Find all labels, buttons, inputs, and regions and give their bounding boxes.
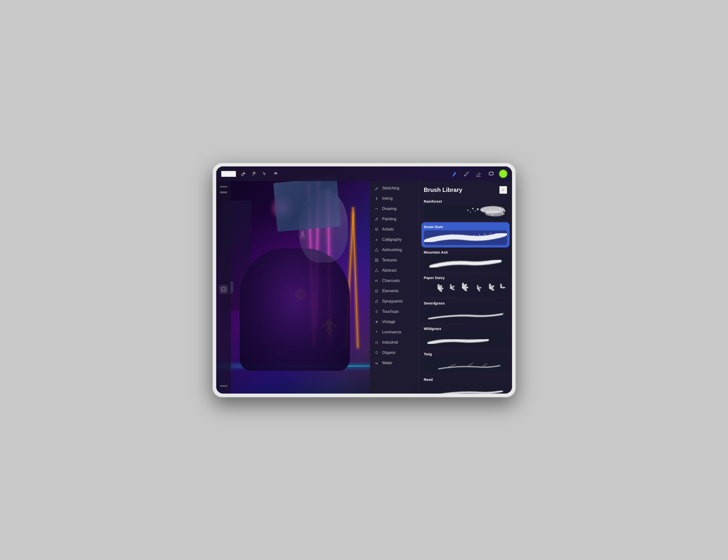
brush-preview-wildgrass bbox=[424, 332, 507, 347]
arrow-tool-button[interactable] bbox=[272, 170, 279, 177]
category-item-inking[interactable]: Inking bbox=[370, 193, 419, 204]
svg-point-41 bbox=[499, 209, 501, 210]
category-item-spraypaints[interactable]: Spraypaints bbox=[370, 296, 419, 306]
category-item-sketching[interactable]: Sketching bbox=[370, 183, 419, 193]
brush-preview-swordgrass bbox=[424, 307, 507, 321]
sidebar-collapse-arrow[interactable]: › bbox=[230, 281, 233, 293]
svg-point-36 bbox=[485, 207, 486, 208]
svg-point-76 bbox=[462, 286, 464, 288]
brush-preview-rainforest bbox=[424, 205, 507, 220]
brush-item-snow-gum[interactable]: Snow Gum bbox=[421, 222, 510, 248]
brush-item-rainforest[interactable]: Rainforest bbox=[419, 197, 512, 222]
svg-point-50 bbox=[451, 234, 452, 235]
svg-point-71 bbox=[450, 287, 452, 288]
svg-point-57 bbox=[490, 233, 491, 234]
brush-name-twig: Twig bbox=[424, 352, 507, 356]
svg-point-46 bbox=[429, 239, 430, 240]
wrench-tool-button[interactable] bbox=[240, 170, 247, 177]
pen-active-button[interactable] bbox=[450, 170, 458, 178]
history-tool-button[interactable] bbox=[262, 170, 268, 177]
category-item-organic[interactable]: Organic bbox=[370, 347, 419, 358]
brush-item-twig[interactable]: Twig bbox=[419, 349, 512, 375]
category-item-calligraphy[interactable]: a Calligraphy bbox=[370, 235, 419, 245]
brush-item-paper-daisy[interactable]: Paper Daisy bbox=[419, 273, 512, 298]
brush-tool-button[interactable] bbox=[463, 170, 470, 178]
category-item-industrial[interactable]: Industrial bbox=[370, 337, 419, 347]
category-item-painting[interactable]: Painting bbox=[370, 214, 419, 224]
artistic-icon bbox=[374, 227, 379, 232]
category-item-charcoals[interactable]: Charcoals bbox=[370, 276, 419, 286]
brush-name-wildgrass: Wildgrass bbox=[424, 326, 507, 331]
svg-point-8 bbox=[465, 175, 465, 176]
svg-point-48 bbox=[440, 236, 441, 237]
svg-point-26 bbox=[375, 289, 378, 292]
svg-point-62 bbox=[444, 239, 445, 240]
category-item-artistic[interactable]: Artistic bbox=[370, 224, 419, 235]
sidebar-handle-bottom bbox=[220, 385, 227, 387]
brush-preview-snow-gum bbox=[424, 230, 507, 245]
category-item-abstract[interactable]: Abstract bbox=[370, 265, 419, 276]
color-picker[interactable] bbox=[499, 170, 507, 178]
svg-point-47 bbox=[434, 237, 435, 238]
brush-name-mountain-ash: Mountain Ash bbox=[424, 250, 507, 254]
brush-list: Brush Library + Rainforest bbox=[419, 181, 512, 393]
drawing-icon bbox=[374, 206, 379, 212]
svg-point-32 bbox=[472, 208, 474, 209]
category-item-drawing[interactable]: Drawing bbox=[370, 204, 419, 214]
brush-item-swordgrass[interactable]: Swordgrass bbox=[419, 298, 512, 324]
water-icon bbox=[374, 360, 379, 366]
device-frame: Gallery bbox=[212, 163, 516, 397]
brush-item-mountain-ash[interactable]: Mountain Ash bbox=[419, 248, 512, 273]
category-item-textures[interactable]: Textures bbox=[370, 255, 419, 265]
brush-preview-reed bbox=[424, 383, 507, 393]
add-brush-button[interactable]: + bbox=[499, 186, 507, 194]
elements-icon bbox=[374, 288, 379, 294]
svg-point-52 bbox=[462, 235, 463, 236]
charcoals-icon bbox=[374, 278, 379, 283]
layers-button[interactable] bbox=[487, 170, 495, 178]
brush-item-wildgrass[interactable]: Wildgrass bbox=[419, 324, 512, 349]
svg-point-51 bbox=[457, 236, 457, 236]
svg-point-58 bbox=[495, 233, 497, 234]
category-item-elements[interactable]: Elements bbox=[370, 286, 419, 296]
svg-point-59 bbox=[501, 233, 502, 234]
luminance-icon bbox=[374, 329, 379, 335]
calligraphy-icon: a bbox=[374, 237, 379, 242]
svg-point-55 bbox=[479, 235, 479, 235]
brush-item-reed[interactable]: Reed bbox=[419, 375, 512, 393]
svg-marker-17 bbox=[375, 249, 378, 252]
svg-point-45 bbox=[504, 210, 505, 212]
industrial-icon bbox=[374, 340, 379, 345]
svg-point-38 bbox=[489, 209, 490, 210]
category-item-airbrushing[interactable]: Airbrushing bbox=[370, 245, 419, 255]
category-item-water[interactable]: Water bbox=[370, 358, 419, 368]
svg-point-54 bbox=[473, 235, 474, 236]
category-list: Sketching Inking Drawing bbox=[370, 181, 419, 393]
gallery-button[interactable]: Gallery bbox=[221, 171, 236, 177]
sidebar-handle-top bbox=[220, 186, 227, 188]
top-bar: Gallery bbox=[216, 167, 512, 181]
top-bar-left: Gallery bbox=[221, 170, 279, 177]
category-item-vintage[interactable]: Vintage bbox=[370, 317, 419, 327]
screen: Gallery bbox=[216, 167, 512, 393]
brush-library-panel: Sketching Inking Drawing bbox=[370, 181, 512, 393]
sidebar-square-button[interactable] bbox=[219, 285, 228, 294]
sketching-icon bbox=[374, 186, 379, 191]
svg-point-42 bbox=[470, 212, 471, 213]
category-item-luminance[interactable]: Luminance bbox=[370, 327, 419, 337]
svg-point-44 bbox=[502, 213, 503, 214]
brush-preview-mountain-ash bbox=[424, 256, 507, 271]
svg-point-80 bbox=[477, 288, 478, 289]
brush-preview-paper-daisy bbox=[424, 281, 507, 296]
magic-tool-button[interactable] bbox=[251, 170, 258, 177]
left-sidebar: › bbox=[216, 181, 231, 393]
top-bar-right bbox=[450, 170, 507, 178]
svg-rect-21 bbox=[377, 261, 378, 262]
svg-rect-18 bbox=[375, 259, 376, 260]
abstract-icon bbox=[374, 268, 379, 273]
neon-strip-5 bbox=[353, 207, 358, 348]
figure-body bbox=[240, 249, 350, 371]
eraser-tool-button[interactable] bbox=[475, 170, 483, 178]
category-item-touchups[interactable]: Touchups bbox=[370, 306, 419, 317]
svg-point-61 bbox=[439, 239, 440, 240]
